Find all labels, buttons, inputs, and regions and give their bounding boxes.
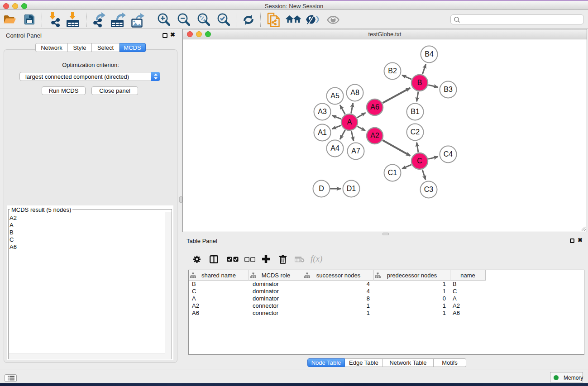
svg-text:D1: D1 — [347, 185, 356, 192]
svg-text:B: B — [417, 79, 422, 86]
svg-text:B1: B1 — [411, 108, 420, 115]
svg-text:A3: A3 — [318, 108, 327, 115]
svg-text:C: C — [417, 157, 422, 165]
svg-text:A6: A6 — [370, 103, 379, 111]
svg-text:D: D — [319, 185, 324, 192]
svg-text:B3: B3 — [444, 86, 453, 93]
svg-text:A: A — [347, 118, 352, 126]
svg-text:A8: A8 — [350, 89, 359, 96]
svg-text:C2: C2 — [411, 128, 420, 136]
svg-text:B2: B2 — [388, 67, 397, 75]
svg-text:B4: B4 — [425, 50, 434, 58]
svg-text:A5: A5 — [330, 92, 339, 100]
svg-text:A4: A4 — [330, 144, 339, 152]
svg-text:A7: A7 — [351, 147, 360, 155]
svg-text:A2: A2 — [370, 132, 379, 139]
svg-text:C4: C4 — [444, 150, 453, 158]
svg-text:C1: C1 — [388, 169, 397, 176]
svg-text:C3: C3 — [424, 186, 434, 193]
svg-text:A1: A1 — [318, 129, 327, 136]
